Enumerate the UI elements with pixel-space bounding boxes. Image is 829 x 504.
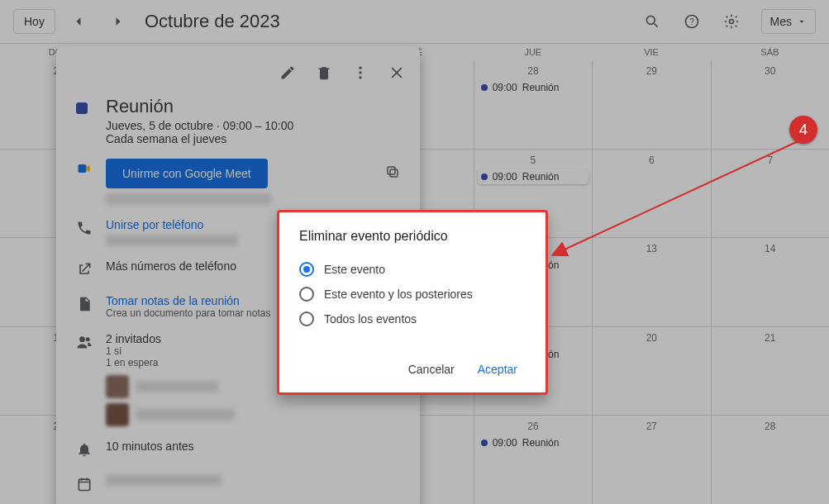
join-by-phone-link[interactable]: Unirse por teléfono xyxy=(106,218,238,231)
radio-all-events[interactable]: Todos los eventos xyxy=(299,307,526,331)
calendar-cell[interactable]: 13 xyxy=(593,238,711,326)
guest-count: 2 invitados xyxy=(106,332,235,345)
svg-rect-11 xyxy=(79,479,89,490)
event-title: Reunión xyxy=(106,96,293,117)
calendar-cell[interactable]: 7 xyxy=(712,150,829,238)
event-chip[interactable]: 09:00Reunión xyxy=(478,80,588,95)
day-number: 28 xyxy=(478,64,588,77)
calendar-cell[interactable]: 2609:00Reunión xyxy=(474,416,593,504)
event-label: Reunión xyxy=(522,437,560,449)
calendar-cell[interactable]: 6 xyxy=(593,150,711,238)
svg-text:?: ? xyxy=(689,17,694,26)
radio-label: Este evento xyxy=(324,263,385,276)
calendar-cell[interactable]: 14 xyxy=(712,238,829,326)
document-icon xyxy=(76,296,93,312)
day-number: 6 xyxy=(596,153,707,166)
event-chip[interactable]: 09:00Reunión xyxy=(478,169,588,184)
event-dot-icon xyxy=(481,84,488,91)
phone-icon xyxy=(76,220,93,236)
today-button[interactable]: Hoy xyxy=(13,9,55,34)
calendar-cell[interactable]: 28 xyxy=(712,416,829,504)
day-number: 7 xyxy=(715,153,826,166)
radio-label: Este evento y los posteriores xyxy=(324,288,473,301)
chevron-right-icon xyxy=(110,13,126,30)
day-number: 21 xyxy=(715,330,826,344)
day-number: 13 xyxy=(596,241,707,254)
copy-meet-link-button[interactable] xyxy=(385,164,400,183)
close-icon xyxy=(388,64,405,81)
day-number: 27 xyxy=(596,419,707,432)
event-label: Reunión xyxy=(522,82,560,93)
settings-button[interactable] xyxy=(715,5,748,38)
day-number: 29 xyxy=(596,64,707,77)
radio-label: Todos los eventos xyxy=(324,312,417,326)
app-root: Hoy Octubre de 2023 ? Mes DOM LUN MAR MI… xyxy=(0,0,829,504)
prev-month-button[interactable] xyxy=(62,5,95,38)
bell-icon xyxy=(76,441,93,458)
cancel-button[interactable]: Cancelar xyxy=(400,356,463,383)
radio-this-and-following[interactable]: Este evento y los posteriores xyxy=(299,282,526,307)
calendar-color-chip xyxy=(76,102,88,114)
delete-event-button[interactable] xyxy=(307,56,341,89)
event-dot-icon xyxy=(481,440,488,446)
event-time: 09:00 xyxy=(493,437,517,449)
take-notes-sub: Crea un documento para tomar notas xyxy=(106,307,270,319)
event-time: 09:00 xyxy=(493,171,517,183)
annotation-badge: 4 xyxy=(789,116,817,144)
chevron-left-icon xyxy=(70,13,87,30)
view-selector[interactable]: Mes xyxy=(761,9,816,34)
day-number: 26 xyxy=(478,419,588,432)
weekday-sat: SÁB xyxy=(711,44,829,60)
panel-actions xyxy=(56,53,420,93)
view-label: Mes xyxy=(770,15,792,28)
help-icon: ? xyxy=(684,13,700,30)
radio-icon xyxy=(299,287,314,302)
trash-icon xyxy=(316,64,332,81)
event-datetime: Jueves, 5 de octubre · 09:00 – 10:00 xyxy=(106,119,293,132)
calendar-cell[interactable]: 21 xyxy=(712,327,829,416)
copy-icon xyxy=(385,164,400,179)
event-label: Reunión xyxy=(522,171,560,183)
guests-waiting: 1 en espera xyxy=(106,357,235,368)
day-number: 30 xyxy=(715,64,826,77)
calendar-cell[interactable]: 20 xyxy=(593,327,711,416)
day-number: 14 xyxy=(715,241,826,254)
svg-point-4 xyxy=(359,67,361,69)
join-meet-button[interactable]: Unirme con Google Meet xyxy=(106,159,268,188)
event-chip[interactable]: 09:00Reunión xyxy=(478,435,588,450)
pencil-icon xyxy=(279,64,296,81)
event-dot-icon xyxy=(481,174,488,180)
search-icon xyxy=(644,13,660,30)
month-title: Octubre de 2023 xyxy=(145,11,280,32)
day-number: 20 xyxy=(596,330,707,344)
external-link-icon xyxy=(76,261,93,278)
next-month-button[interactable] xyxy=(102,5,135,38)
more-phone-numbers[interactable]: Más números de teléfono xyxy=(106,259,236,273)
video-icon xyxy=(76,160,93,177)
delete-recurring-dialog: Eliminar evento periódico Este evento Es… xyxy=(277,210,548,395)
radio-icon xyxy=(299,262,314,277)
gear-icon xyxy=(723,13,740,30)
calendar-cell[interactable]: 27 xyxy=(593,416,711,504)
radio-this-event[interactable]: Este evento xyxy=(299,257,526,282)
weekday-fri: VIE xyxy=(592,44,710,60)
more-vert-icon xyxy=(352,64,369,81)
calendar-cell[interactable]: 29 xyxy=(593,60,711,149)
edit-event-button[interactable] xyxy=(271,56,304,89)
header: Hoy Octubre de 2023 ? Mes xyxy=(0,0,829,43)
close-panel-button[interactable] xyxy=(380,56,413,89)
help-button[interactable]: ? xyxy=(675,5,708,38)
svg-rect-7 xyxy=(79,164,87,173)
dialog-title: Eliminar evento periódico xyxy=(299,229,526,244)
calendar-cell[interactable]: 2809:00Reunión xyxy=(474,60,593,149)
accept-button[interactable]: Aceptar xyxy=(469,356,526,383)
svg-point-5 xyxy=(359,71,361,74)
day-number: 5 xyxy=(478,153,588,166)
svg-rect-9 xyxy=(388,167,395,174)
weekday-thu: JUE xyxy=(474,44,592,60)
calendar-icon xyxy=(76,476,93,492)
take-notes-link[interactable]: Tomar notas de la reunión xyxy=(106,294,270,307)
search-button[interactable] xyxy=(636,5,669,38)
svg-point-10 xyxy=(79,336,85,342)
more-options-button[interactable] xyxy=(344,56,377,89)
